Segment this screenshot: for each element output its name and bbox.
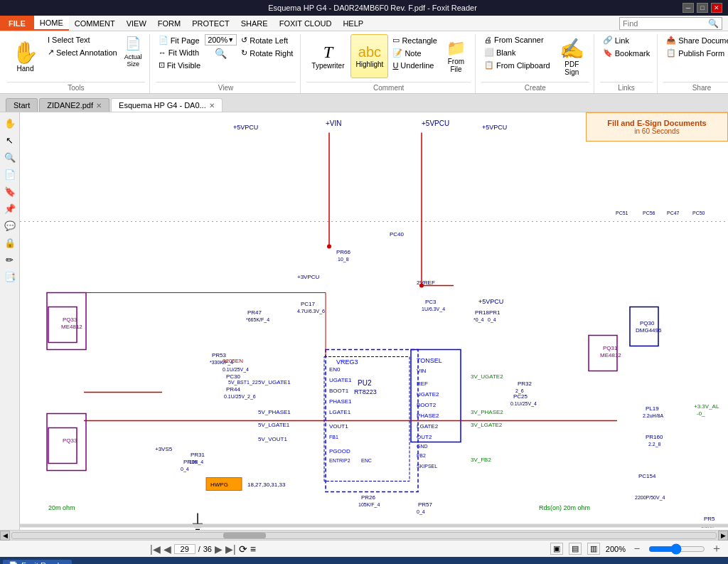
from-scanner-button[interactable]: 🖨 From Scanner [481,34,553,46]
svg-text:1U/6.3V_4: 1U/6.3V_4 [422,307,445,312]
svg-text:UGATE1: UGATE1 [329,377,352,383]
sidebar-btn-zoom[interactable]: 🔍 [2,149,18,165]
fit-width-icon: ↔ [159,48,166,57]
from-file-button[interactable]: 📁 FromFile [441,34,471,78]
svg-text:HWPG: HWPG [210,481,228,488]
continuous-icon[interactable]: ≡ [250,543,256,555]
publish-form-button[interactable]: 📋 Publish Form [663,47,728,59]
share-document-button[interactable]: 📤 Share Document [663,34,728,46]
prev-page-button[interactable]: ◀ [164,543,171,555]
foxit-taskbar-icon: 📄 [9,561,18,565]
ribbon: ✋ Hand I Select Text ↗ Select Annotation [0,31,728,94]
menu-protect[interactable]: PROTECT [186,16,235,31]
sidebar-btn-comments[interactable]: 💬 [2,218,18,233]
svg-text:3V_UGATE2: 3V_UGATE2 [471,373,503,380]
select-annotation-button[interactable]: ↗ Select Annotation [45,46,120,58]
app-title: Esquema HP G4 - DA0R24MB6F0 Rev. F.pdf -… [63,4,682,12]
fit-page-icon: 📄 [159,36,168,45]
close-button[interactable]: ✕ [711,3,722,13]
svg-text:*0_4: *0_4 [473,317,484,323]
sidebar-btn-pages[interactable]: 📄 [2,166,18,182]
tab-start[interactable]: Start [6,98,38,112]
menu-bar: FILE HOME COMMENT VIEW FORM PROTECT SHAR… [0,16,728,31]
view-group-label: View [156,82,296,93]
hand-tool-button[interactable]: ✋ Hand [7,34,43,78]
sidebar-btn-hand[interactable]: ✋ [2,115,18,131]
scroll-right-arrow[interactable]: ▶ [718,531,728,541]
first-page-button[interactable]: |◀ [150,543,161,555]
sidebar-btn-annotations[interactable]: 📌 [2,201,18,216]
document-canvas[interactable]: Fill and E-Sign Documents in 60 Seconds … [20,112,728,530]
taskbar-foxit[interactable]: 📄 Foxit Reader [3,560,72,565]
sidebar-btn-security[interactable]: 🔒 [2,235,18,250]
actual-size-button[interactable]: 📄 ActualSize [122,34,145,69]
last-page-button[interactable]: ▶| [225,543,236,555]
rectangle-button[interactable]: ▭ Rectangle [390,34,440,46]
tab-esquema-close[interactable]: ✕ [209,102,215,110]
fit-width-button[interactable]: ↔ Fit Width [156,47,203,58]
menu-share[interactable]: SHARE [235,16,274,31]
scroll-left-arrow[interactable]: ◀ [0,531,10,541]
minimize-button[interactable]: ─ [682,3,694,13]
zoom-slider[interactable] [648,543,705,555]
svg-text:3V_PHASE2: 3V_PHASE2 [471,409,503,415]
svg-text:PL19: PL19 [646,405,659,412]
typewriter-button[interactable]: T Typewriter [306,34,349,78]
menu-view[interactable]: VIEW [121,16,152,31]
rotate-right-button[interactable]: ↻ Rotate Right [238,47,296,59]
underline-button[interactable]: U Underline [390,60,440,71]
svg-text:*665K/F_4: *665K/F_4 [246,317,269,323]
zoom-out-icon[interactable]: 🔍 [215,48,227,59]
svg-text:PR57: PR57 [418,501,433,508]
reflow-icon[interactable]: ⟳ [239,543,247,555]
sidebar-btn-signatures[interactable]: ✏ [2,252,18,267]
zoom-in-button[interactable]: ＋ [711,541,722,556]
menu-help[interactable]: HELP [337,16,369,31]
select-text-button[interactable]: I Select Text [45,34,120,46]
svg-text:+5VPCU: +5VPCU [233,124,258,131]
svg-text:*330K/F_4: *330K/F_4 [210,360,233,366]
ribbon-group-comment: T Typewriter abc Highlight ▭ Rectangle 📝… [302,34,476,93]
svg-text:0.1U/25V_4: 0.1U/25V_4 [223,367,249,373]
svg-text:PC154: PC154 [638,473,656,479]
svg-text:2200P/50V_4: 2200P/50V_4 [635,495,665,501]
svg-text:0_4: 0_4 [181,467,189,472]
menu-comment[interactable]: COMMENT [69,16,121,31]
tab-esquema[interactable]: Esquema HP G4 - DA0... ✕ [111,98,223,112]
page-number-input[interactable] [174,544,196,554]
restore-button[interactable]: □ [697,3,708,13]
view-mode-double[interactable]: ▤ [569,543,582,555]
scroll-thumb[interactable] [223,533,266,538]
highlight-button[interactable]: abc Highlight [350,34,388,78]
zoom-out-button[interactable]: － [631,541,643,556]
pdf-sign-button[interactable]: ✍ PDFSign [555,34,589,78]
menu-form[interactable]: FORM [152,16,186,31]
note-button[interactable]: 📝 Note [390,47,440,59]
svg-text:PHASE2: PHASE2 [417,413,439,419]
menu-file[interactable]: FILE [0,16,34,31]
menu-home[interactable]: HOME [34,16,69,31]
bookmark-button[interactable]: 🔖 Bookmark [600,47,653,59]
fit-visible-button[interactable]: ⊡ Fit Visible [156,59,203,71]
ribbon-group-view: 📄 Fit Page ↔ Fit Width ⊡ Fit Visible 200… [151,34,301,93]
view-mode-single[interactable]: ▣ [550,543,563,555]
view-mode-continuous[interactable]: ▥ [587,543,600,555]
sidebar-btn-layers[interactable]: 📑 [2,269,18,284]
rotate-left-button[interactable]: ↺ Rotate Left [238,34,296,46]
next-page-button[interactable]: ▶ [215,543,223,555]
blank-button[interactable]: ⬜ Blank [481,46,553,58]
scroll-track[interactable] [11,532,717,539]
menu-foxit-cloud[interactable]: FOXIT CLOUD [274,16,338,31]
fit-page-button[interactable]: 📄 Fit Page [156,34,203,46]
svg-text:PC40: PC40 [390,231,405,238]
search-input[interactable] [623,19,708,28]
pdf-sign-icon: ✍ [560,37,584,60]
zoom-dropdown[interactable]: 200% ▼ [205,34,237,46]
svg-text:PGOOD: PGOOD [329,448,350,454]
from-clipboard-button[interactable]: 📋 From Clipboard [481,59,553,71]
tab-zidane-close[interactable]: ✕ [96,102,102,110]
sidebar-btn-select[interactable]: ↖ [2,132,18,148]
sidebar-btn-bookmarks[interactable]: 🔖 [2,183,18,199]
tab-zidane[interactable]: ZIDANE2.pdf ✕ [39,98,109,112]
link-button[interactable]: 🔗 Link [600,34,653,46]
